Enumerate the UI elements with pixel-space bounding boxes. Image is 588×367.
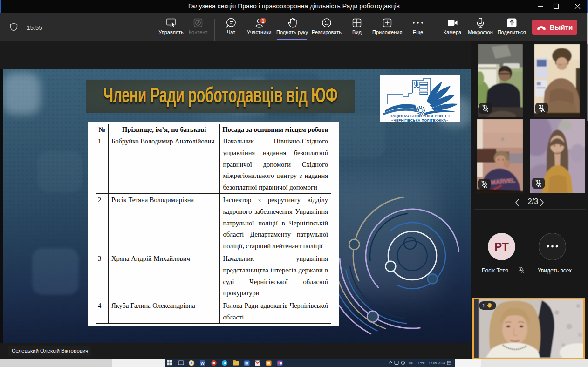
svg-text:«ЧЕРНІГІВСЬКА ПОЛІТЕХНІКА»: «ЧЕРНІГІВСЬКА ПОЛІТЕХНІКА»: [391, 118, 449, 122]
svg-text:Q0: Q0: [409, 361, 413, 365]
svg-text:РУС: РУС: [418, 361, 426, 365]
svg-text:1: 1: [262, 18, 265, 24]
svg-text:W: W: [200, 361, 205, 366]
svg-text:НАЦІОНАЛЬНИЙ УНІВЕРСИТЕТ: НАЦІОНАЛЬНИЙ УНІВЕРСИТЕТ: [390, 113, 451, 118]
svg-text:16.05.2024: 16.05.2024: [429, 361, 445, 365]
